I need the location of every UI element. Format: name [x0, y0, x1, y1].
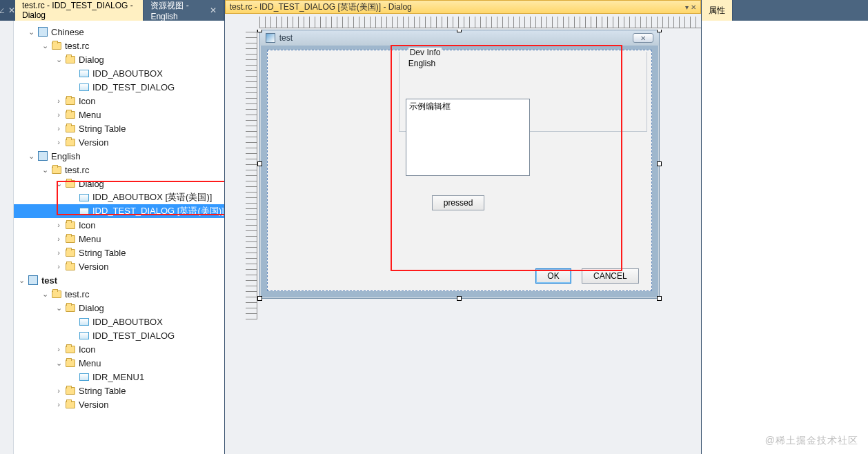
tree-node-dialog[interactable]: ⌄Dialog [14, 301, 224, 315]
properties-body[interactable] [702, 21, 868, 454]
close-button[interactable]: ✕ [633, 33, 653, 43]
tree-node-rc[interactable]: ⌄test.rc [14, 287, 224, 301]
folder-icon [66, 387, 75, 395]
tree-item-testdialog[interactable]: IDD_TEST_DIALOG [14, 328, 224, 342]
chevron-down-icon[interactable]: ⌄ [54, 359, 63, 368]
chevron-down-icon[interactable]: ⌄ [26, 152, 36, 161]
tree-label: test.rc [65, 289, 89, 299]
tree-item-aboutbox[interactable]: IDD_ABOUTBOX [14, 66, 224, 80]
tree-item-aboutbox-en[interactable]: IDD_ABOUTBOX [英语(美国)] [14, 190, 224, 204]
chevron-down-icon[interactable]: ⌄ [54, 179, 63, 188]
tree-node-rc[interactable]: ⌄test.rc [14, 163, 224, 177]
dialog-client-area[interactable]: Dev Info English 示例编辑框 pressed OK CANCEL [267, 50, 652, 291]
resize-handle[interactable] [257, 296, 262, 301]
tree-label: IDD_TEST_DIALOG [英语(美国)] [92, 205, 224, 217]
tree-node-rc[interactable]: ⌄test.rc [14, 39, 224, 52]
resize-handle[interactable] [457, 296, 462, 301]
design-surface[interactable]: test ✕ Dev Info English 示例编辑框 pressed OK… [230, 30, 701, 454]
tree-label: String Table [79, 124, 126, 134]
tree-item-aboutbox[interactable]: IDD_ABOUTBOX [14, 315, 224, 328]
chevron-right-icon[interactable]: › [54, 345, 63, 353]
close-icon[interactable]: ✕ [210, 6, 217, 15]
chevron-down-icon[interactable]: ⌄ [40, 41, 50, 50]
chevron-right-icon[interactable]: › [54, 400, 63, 408]
tree-label: Icon [79, 220, 96, 230]
tree-node-menu[interactable]: ⌄Menu [14, 356, 224, 370]
chevron-down-icon[interactable]: ⌄ [54, 55, 63, 64]
tree-node-stringtable[interactable]: ›String Table [14, 121, 224, 135]
folder-icon [66, 401, 75, 408]
chevron-down-icon[interactable]: ⌄ [40, 166, 50, 175]
chevron-down-icon[interactable]: ⌄ [40, 290, 50, 299]
tree-node-icon[interactable]: ›Icon [14, 342, 224, 356]
tree-node-project[interactable]: ⌄test [14, 273, 224, 287]
resize-handle[interactable] [257, 30, 262, 32]
chevron-right-icon[interactable]: › [54, 124, 63, 132]
folder-icon [66, 111, 75, 119]
tree-node-dialog[interactable]: ⌄Dialog [14, 177, 224, 190]
chevron-right-icon[interactable]: › [54, 97, 63, 105]
resource-tree[interactable]: ⌄Chinese ⌄test.rc ⌄Dialog IDD_ABOUTBOX I… [14, 21, 224, 454]
resize-handle[interactable] [657, 161, 662, 166]
designer-panel: test.rc - IDD_TEST_DIALOG [英语(美国)] - Dia… [225, 0, 701, 454]
resize-handle[interactable] [257, 161, 262, 166]
button-pressed[interactable]: pressed [432, 195, 485, 210]
tab-document[interactable]: test.rc - IDD_TEST_DIALOG - Dialog [15, 0, 144, 21]
tree-item-menu1[interactable]: IDR_MENU1 [14, 370, 224, 384]
chevron-down-icon[interactable]: ⌄ [17, 276, 26, 285]
tree-node-english[interactable]: ⌄English [14, 149, 224, 163]
dialog-icon [79, 318, 89, 326]
chevron-right-icon[interactable]: › [54, 110, 63, 119]
close-icon[interactable]: ✕ [8, 6, 15, 15]
tree-label: Menu [79, 110, 101, 120]
dialog-caption: test [279, 33, 293, 43]
tree-label: Icon [79, 96, 96, 106]
tree-node-dialog[interactable]: ⌄Dialog [14, 52, 224, 66]
tree-node-menu[interactable]: ›Menu [14, 232, 224, 246]
chevron-right-icon[interactable]: › [54, 386, 63, 395]
properties-panel: 属性 [701, 0, 868, 454]
document-dropdown-icon[interactable]: ▾ ✕ [685, 3, 696, 11]
folder-icon [52, 166, 61, 174]
menu-icon [79, 373, 89, 381]
pin-tab[interactable]: ⟀✕ [0, 0, 15, 21]
edit-control[interactable]: 示例编辑框 [406, 99, 530, 176]
tree-node-version[interactable]: ›Version [14, 397, 224, 411]
tree-label: IDD_ABOUTBOX [92, 68, 163, 79]
tree-label: String Table [79, 386, 126, 396]
button-label: pressed [444, 198, 473, 208]
tree-node-stringtable[interactable]: ›String Table [14, 384, 224, 397]
folder-icon [66, 346, 75, 353]
tree-node-chinese[interactable]: ⌄Chinese [14, 25, 224, 39]
tree-node-menu[interactable]: ›Menu [14, 108, 224, 121]
dialog-icon [79, 70, 89, 77]
resize-handle[interactable] [657, 30, 662, 32]
resource-explorer-panel: ⟀✕ test.rc - IDD_TEST_DIALOG - Dialog 资源… [0, 0, 225, 454]
folder-icon [52, 290, 61, 298]
chevron-right-icon[interactable]: › [54, 248, 63, 257]
chevron-down-icon[interactable]: ⌄ [54, 304, 63, 313]
resize-handle[interactable] [657, 296, 662, 301]
chevron-right-icon[interactable]: › [54, 235, 63, 243]
button-cancel[interactable]: CANCEL [582, 268, 639, 284]
tree-node-icon[interactable]: ›Icon [14, 94, 224, 108]
chevron-right-icon[interactable]: › [54, 221, 63, 229]
tree-node-version[interactable]: ›Version [14, 135, 224, 149]
tab-properties[interactable]: 属性 [702, 0, 733, 21]
chevron-down-icon[interactable]: ⌄ [26, 28, 36, 37]
tree-node-icon[interactable]: ›Icon [14, 218, 224, 232]
tab-resource-view[interactable]: 资源视图 - English✕ [144, 0, 224, 21]
button-ok[interactable]: OK [535, 268, 571, 284]
folder-icon [66, 359, 75, 367]
dialog-titlebar[interactable]: test ✕ [260, 30, 659, 46]
tree-item-testdialog[interactable]: IDD_TEST_DIALOG [14, 80, 224, 94]
resize-handle[interactable] [457, 30, 462, 32]
dialog-window[interactable]: test ✕ Dev Info English 示例编辑框 pressed OK… [259, 30, 660, 299]
tree-label: Version [79, 261, 108, 272]
tree-node-version[interactable]: ›Version [14, 259, 224, 273]
tree-node-stringtable[interactable]: ›String Table [14, 246, 224, 259]
chevron-right-icon[interactable]: › [54, 138, 63, 146]
chevron-right-icon[interactable]: › [54, 262, 63, 270]
tree-item-testdialog-en[interactable]: IDD_TEST_DIALOG [英语(美国)] [14, 204, 224, 218]
tree-gutter [0, 21, 14, 454]
